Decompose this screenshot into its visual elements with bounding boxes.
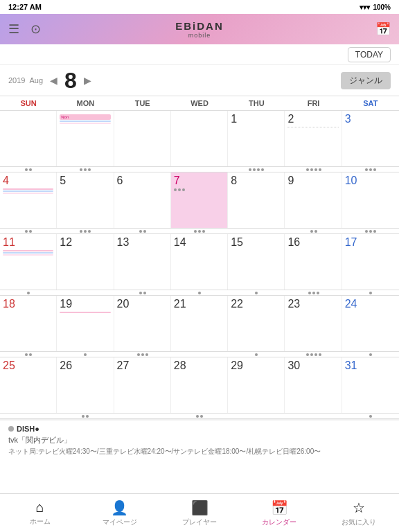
cal-cell-29[interactable]: 29 bbox=[228, 357, 285, 413]
dots-row-3 bbox=[0, 290, 399, 296]
status-time: 12:27 AM bbox=[8, 3, 42, 11]
cal-cell-empty-1[interactable] bbox=[0, 111, 57, 166]
cal-cell-2[interactable]: 2 bbox=[285, 111, 342, 166]
dow-fri: FRI bbox=[285, 96, 342, 110]
cal-cell-6[interactable]: 6 bbox=[114, 172, 171, 228]
nav-favorites-label: お気に入り bbox=[342, 517, 376, 527]
cal-cell-24[interactable]: 24 bbox=[342, 296, 399, 351]
calendar-grid: Non 1 2 3 bbox=[0, 111, 399, 419]
dots-row-1 bbox=[0, 167, 399, 172]
prev-month-button[interactable]: ◀ bbox=[47, 75, 60, 86]
cal-cell-25[interactable]: 25 bbox=[0, 357, 57, 413]
nav-calendar-label: カレンダー bbox=[262, 517, 296, 527]
today-bar: TODAY bbox=[0, 44, 399, 65]
year-label: 2019 bbox=[8, 76, 25, 85]
group-dot-icon bbox=[8, 426, 14, 432]
app-header: ☰ ⊙ EBiDAN mobile 📅 bbox=[0, 14, 399, 44]
next-month-button[interactable]: ▶ bbox=[81, 75, 94, 86]
nav-calendar[interactable]: 📅 カレンダー bbox=[240, 494, 319, 532]
dow-mon: MON bbox=[57, 96, 114, 110]
header-title: EBiDAN mobile bbox=[175, 20, 224, 39]
dots-row-4 bbox=[0, 352, 399, 357]
month-number: 8 bbox=[64, 69, 77, 91]
cal-cell-17[interactable]: 17 bbox=[342, 234, 399, 290]
nav-mypage[interactable]: 👤 マイページ bbox=[80, 494, 159, 532]
star-icon: ☆ bbox=[353, 499, 365, 516]
menu-icon[interactable]: ☰ bbox=[8, 21, 19, 37]
month-header: 2019 Aug ◀ 8 ▶ ジャンル bbox=[0, 65, 399, 96]
week-5: 25 26 27 28 29 30 31 bbox=[0, 357, 399, 414]
event-show-title: tvk「関内デビル」 bbox=[8, 435, 391, 445]
bottom-event-panel: DISH● tvk「関内デビル」 ネット局:テレビ火曜24:30〜/三重テレビ水… bbox=[0, 419, 399, 461]
cal-cell-20[interactable]: 20 bbox=[114, 296, 171, 351]
dow-sat: SAT bbox=[342, 96, 399, 110]
cal-cell-12[interactable]: 12 bbox=[57, 234, 114, 290]
cal-cell-1[interactable]: 1 bbox=[228, 111, 285, 166]
app-name: EBiDAN bbox=[175, 20, 224, 32]
event-group-title: DISH● bbox=[8, 425, 391, 433]
cal-cell-30[interactable]: 30 bbox=[285, 357, 342, 413]
month-label: Aug bbox=[29, 76, 43, 85]
cal-cell-15[interactable]: 15 bbox=[228, 234, 285, 290]
cal-cell-26[interactable]: 26 bbox=[57, 357, 114, 413]
cal-cell-16[interactable]: 16 bbox=[285, 234, 342, 290]
week-2: 4 5 6 7 8 9 10 bbox=[0, 172, 399, 229]
week-4: 18 19 20 21 22 23 24 bbox=[0, 296, 399, 352]
nav-favorites[interactable]: ☆ お気に入り bbox=[319, 494, 399, 532]
cal-cell-14[interactable]: 14 bbox=[171, 234, 228, 290]
cal-cell-22[interactable]: 22 bbox=[228, 296, 285, 351]
home-icon: ⌂ bbox=[36, 499, 44, 515]
cal-cell-5[interactable]: 5 bbox=[57, 172, 114, 228]
battery-label: 100% bbox=[373, 3, 391, 11]
week-1: Non 1 2 3 bbox=[0, 111, 399, 167]
dow-sun: SUN bbox=[0, 96, 57, 110]
event-broadcast-info: ネット局:テレビ火曜24:30〜/三重テレビ水曜24:20〜/サンテレビ金曜18… bbox=[8, 447, 391, 456]
header-right: 📅 bbox=[375, 21, 391, 37]
cal-cell-21[interactable]: 21 bbox=[171, 296, 228, 351]
person-icon: 👤 bbox=[111, 499, 128, 516]
app-sub: mobile bbox=[175, 32, 224, 39]
cal-cell-empty-3[interactable] bbox=[114, 111, 171, 166]
nav-player[interactable]: ⬛ プレイヤー bbox=[159, 494, 239, 532]
cal-cell-empty-2[interactable]: Non bbox=[57, 111, 114, 166]
status-bar: 12:27 AM ▾▾▾ 100% bbox=[0, 0, 399, 14]
event-bar bbox=[60, 123, 110, 124]
cal-cell-19[interactable]: 19 bbox=[57, 296, 114, 351]
calendar-header-icon[interactable]: 📅 bbox=[375, 22, 391, 36]
cal-cell-10[interactable]: 10 bbox=[342, 172, 399, 228]
event-group-name: DISH● bbox=[17, 425, 39, 433]
event-bar: Non bbox=[60, 114, 110, 120]
cal-cell-28[interactable]: 28 bbox=[171, 357, 228, 413]
wifi-icon: ▾▾▾ bbox=[360, 3, 370, 11]
header-left-icons: ☰ ⊙ bbox=[8, 21, 41, 37]
status-right: ▾▾▾ 100% bbox=[360, 3, 391, 11]
cal-cell-18[interactable]: 18 bbox=[0, 296, 57, 351]
dow-wed: WED bbox=[171, 96, 228, 110]
event-bar bbox=[60, 121, 110, 122]
dow-tue: TUE bbox=[114, 96, 171, 110]
dow-thu: THU bbox=[228, 96, 285, 110]
cal-cell-7-today[interactable]: 7 bbox=[171, 172, 228, 228]
cal-cell-empty-4[interactable] bbox=[171, 111, 228, 166]
cal-cell-3[interactable]: 3 bbox=[342, 111, 399, 166]
nav-player-label: プレイヤー bbox=[182, 517, 217, 527]
cal-cell-9[interactable]: 9 bbox=[285, 172, 342, 228]
nav-mypage-label: マイページ bbox=[103, 517, 137, 527]
cal-cell-8[interactable]: 8 bbox=[228, 172, 285, 228]
calendar-nav-icon: 📅 bbox=[271, 499, 288, 516]
dots-row-5 bbox=[0, 414, 399, 419]
cal-cell-11[interactable]: 11 bbox=[0, 234, 57, 290]
dow-row: SUN MON TUE WED THU FRI SAT bbox=[0, 96, 399, 111]
nav-home-label: ホーム bbox=[30, 517, 51, 526]
genre-button[interactable]: ジャンル bbox=[341, 72, 391, 89]
cal-cell-13[interactable]: 13 bbox=[114, 234, 171, 290]
week-3: 11 12 13 14 15 16 17 bbox=[0, 234, 399, 290]
nav-home[interactable]: ⌂ ホーム bbox=[0, 494, 80, 532]
cal-cell-31[interactable]: 31 bbox=[342, 357, 399, 413]
cal-cell-23[interactable]: 23 bbox=[285, 296, 342, 351]
today-button[interactable]: TODAY bbox=[348, 47, 391, 62]
bottom-navigation: ⌂ ホーム 👤 マイページ ⬛ プレイヤー 📅 カレンダー ☆ お気に入り bbox=[0, 493, 399, 532]
cal-cell-27[interactable]: 27 bbox=[114, 357, 171, 413]
cal-cell-4[interactable]: 4 bbox=[0, 172, 57, 228]
search-icon[interactable]: ⊙ bbox=[30, 21, 41, 37]
